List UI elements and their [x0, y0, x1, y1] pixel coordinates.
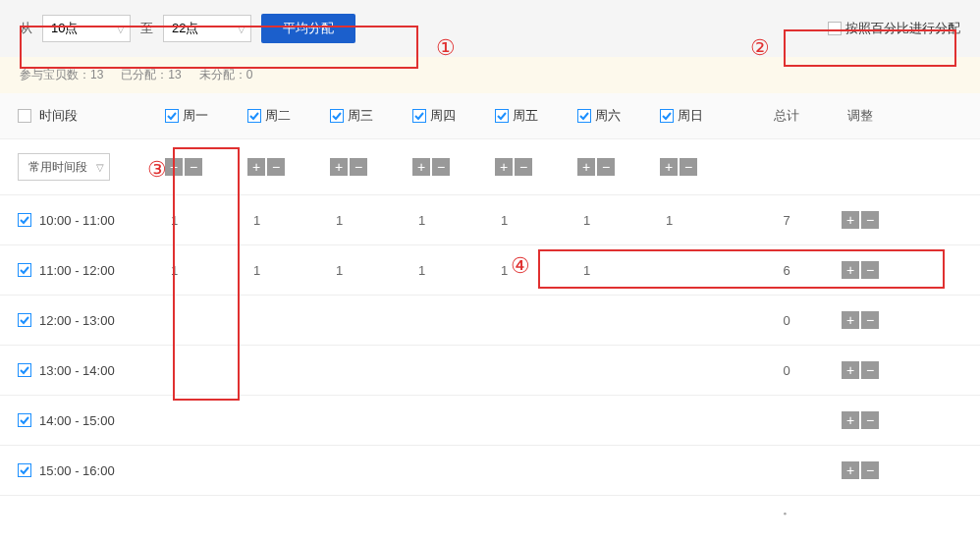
row-checkbox[interactable] [18, 213, 31, 227]
row-total: 0 [742, 313, 831, 328]
day-checkbox[interactable] [577, 109, 591, 123]
day-checkbox[interactable] [495, 109, 509, 123]
plus-button[interactable]: + [412, 158, 430, 176]
cell-value: 1 [660, 213, 742, 228]
header-day-2: 周三 [330, 107, 412, 125]
day-checkbox[interactable] [247, 109, 261, 123]
plus-button[interactable]: + [660, 158, 678, 176]
header-day-6: 周日 [660, 107, 742, 125]
minus-button[interactable]: − [861, 261, 879, 279]
watermark-sub2: dianxiaoyu.com [894, 515, 968, 528]
header-adjust: 调整 [831, 107, 890, 125]
row-adjust: +− [831, 311, 890, 329]
select-all-checkbox[interactable] [18, 109, 31, 123]
cell-value: 1 [330, 263, 412, 278]
minus-button[interactable]: − [680, 158, 697, 176]
row-adjust: +− [831, 361, 890, 379]
day-tool-buttons: +−+−+−+−+−+−+− [165, 158, 742, 176]
table-row: 11:00 - 12:001111116+− [0, 245, 980, 296]
plus-button[interactable]: + [165, 158, 183, 176]
day-checkbox[interactable] [165, 109, 179, 123]
minus-button[interactable]: − [350, 158, 367, 176]
common-time-cell: 常用时间段 ▽ [18, 153, 165, 181]
table-row: 10:00 - 11:0011111117+− [0, 195, 980, 245]
minus-button[interactable]: − [861, 411, 879, 429]
minus-button[interactable]: − [267, 158, 285, 176]
plus-button[interactable]: + [842, 261, 859, 279]
percent-distribution-checkbox[interactable]: 按照百分比进行分配 [828, 20, 960, 37]
day-label: 周一 [183, 107, 208, 125]
time-range-label: 10:00 - 11:00 [39, 213, 115, 228]
minus-button[interactable]: − [861, 461, 879, 479]
minus-button[interactable]: − [861, 211, 879, 229]
plus-button[interactable]: + [577, 158, 595, 176]
time-distribution-toolbar: 从 ▽ 至 ▽ 平均分配 按照百分比进行分配 [0, 0, 980, 57]
to-time-select[interactable]: ▽ [163, 15, 251, 42]
to-label: 至 [140, 20, 153, 37]
table-row: 12:00 - 13:000+− [0, 296, 980, 346]
row-checkbox[interactable] [18, 363, 31, 377]
cell-value: 1 [412, 213, 495, 228]
day-checkbox[interactable] [412, 109, 426, 123]
row-adjust: +− [831, 211, 890, 229]
plus-button[interactable]: + [247, 158, 265, 176]
stat-total: 参与宝贝数：13 [20, 67, 103, 83]
row-checkbox[interactable] [18, 263, 31, 277]
row-checkbox[interactable] [18, 413, 31, 427]
minus-button[interactable]: − [861, 311, 879, 329]
common-time-select[interactable]: 常用时间段 ▽ [18, 153, 110, 181]
plus-button[interactable]: + [842, 211, 859, 229]
from-time-select[interactable]: ▽ [42, 15, 131, 42]
time-range-controls: 从 ▽ 至 ▽ 平均分配 [20, 14, 355, 43]
stat-allocated: 已分配：13 [121, 67, 181, 83]
header-total: 总计 [742, 107, 831, 125]
time-cell: 15:00 - 16:00 [18, 463, 165, 478]
watermark-sub1: 电商卖家助手 [894, 502, 968, 514]
day-checkbox[interactable] [330, 109, 344, 123]
minus-button[interactable]: − [861, 361, 879, 379]
minus-button[interactable]: − [185, 158, 202, 176]
tool-day-2: +− [330, 158, 412, 176]
time-range-label: 15:00 - 16:00 [39, 463, 115, 478]
stats-bar: 参与宝贝数：13 已分配：13 未分配：0 [0, 57, 980, 93]
minus-button[interactable]: − [597, 158, 615, 176]
plus-button[interactable]: + [842, 311, 859, 329]
time-cell: 14:00 - 15:00 [18, 413, 165, 428]
day-label: 周三 [348, 107, 373, 125]
cell-value: 1 [247, 263, 330, 278]
plus-button[interactable]: + [330, 158, 348, 176]
time-cell: 13:00 - 14:00 [18, 363, 165, 378]
row-adjust: +− [831, 461, 890, 479]
tool-row: 常用时间段 ▽ +−+−+−+−+−+−+− [0, 139, 980, 195]
svg-point-1 [784, 513, 787, 515]
day-checkbox[interactable] [660, 109, 674, 123]
tool-day-6: +− [660, 158, 742, 176]
tool-day-3: +− [412, 158, 495, 176]
tool-day-0: +− [165, 158, 247, 176]
to-time-input[interactable] [163, 15, 251, 42]
cell-value [660, 263, 742, 278]
minus-button[interactable]: − [432, 158, 450, 176]
checkbox-box [828, 22, 842, 35]
table-row: 14:00 - 15:00+− [0, 396, 980, 446]
header-day-1: 周二 [247, 107, 330, 125]
header-time: 时间段 [18, 107, 165, 125]
cell-value: 1 [495, 213, 577, 228]
from-time-input[interactable] [42, 15, 131, 42]
plus-button[interactable]: + [842, 461, 859, 479]
plus-button[interactable]: + [842, 361, 859, 379]
row-checkbox[interactable] [18, 313, 31, 327]
cell-value: 1 [165, 213, 247, 228]
time-range-label: 11:00 - 12:00 [39, 263, 115, 278]
watermark-main: 庙小鱼 [806, 498, 886, 532]
row-adjust: +− [831, 411, 890, 429]
plus-button[interactable]: + [495, 158, 513, 176]
day-label: 周日 [678, 107, 703, 125]
cell-value: 1 [577, 263, 660, 278]
watermark: 庙小鱼 电商卖家助手 dianxiaoyu.com [765, 498, 968, 532]
plus-button[interactable]: + [842, 411, 859, 429]
minus-button[interactable]: − [515, 158, 532, 176]
distribute-button[interactable]: 平均分配 [261, 14, 355, 43]
row-checkbox[interactable] [18, 463, 31, 477]
tool-day-4: +− [495, 158, 577, 176]
